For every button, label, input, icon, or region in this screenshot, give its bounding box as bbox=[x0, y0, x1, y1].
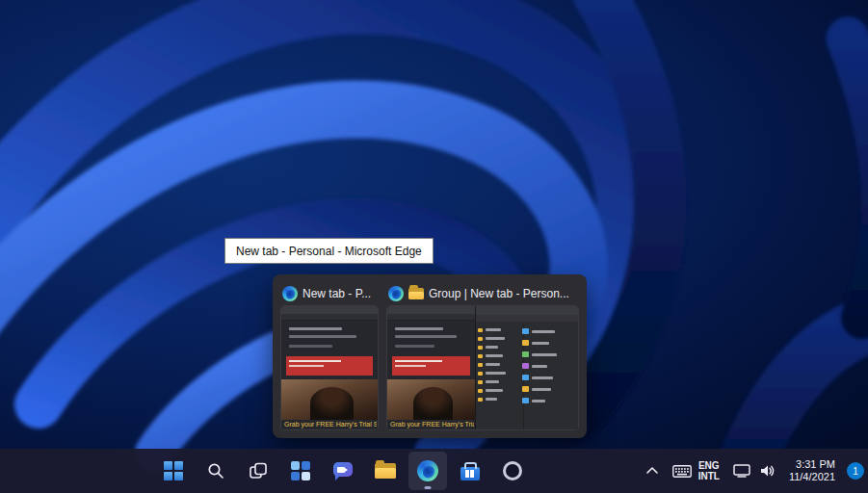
taskbar-preview-popup: New tab - P... Grab your FREE Harry's Tr… bbox=[273, 274, 587, 438]
quick-settings-button[interactable] bbox=[726, 454, 782, 488]
search-icon bbox=[206, 461, 225, 480]
page-caption: Grab your FREE Harry's Trial S bbox=[284, 421, 377, 428]
edge-button[interactable] bbox=[408, 452, 447, 490]
volume-icon bbox=[759, 464, 776, 478]
webpage-thumbnail: Grab your FREE Harry's Trial S bbox=[281, 306, 378, 429]
explorer-nav-pane bbox=[476, 324, 523, 429]
language-indicator: ENG INTL bbox=[698, 460, 720, 481]
photo-thumbnail bbox=[281, 379, 378, 420]
ring-app-icon bbox=[503, 461, 522, 480]
edge-icon bbox=[417, 460, 438, 481]
tray-overflow-button[interactable] bbox=[639, 454, 666, 488]
chevron-up-icon bbox=[645, 466, 659, 476]
clock: 3:31 PM 11/4/2021 bbox=[789, 458, 835, 483]
edge-icon bbox=[388, 286, 404, 301]
task-view-button[interactable] bbox=[239, 452, 277, 490]
language-button[interactable]: ENG INTL bbox=[666, 454, 726, 488]
window-preview-card[interactable]: New tab - P... Grab your FREE Harry's Tr… bbox=[280, 282, 379, 430]
photo-thumbnail bbox=[387, 379, 475, 420]
explorer-file-list bbox=[519, 324, 578, 429]
preview-title: Group | New tab - Person... bbox=[429, 287, 577, 300]
widgets-icon bbox=[291, 461, 310, 480]
running-app-indicator bbox=[425, 486, 432, 489]
keyboard-icon bbox=[672, 465, 692, 478]
language-region: INTL bbox=[698, 471, 720, 481]
search-button[interactable] bbox=[197, 452, 235, 490]
store-button[interactable] bbox=[451, 452, 489, 490]
webpage-thumbnail: Grab your FREE Harry's Trial S bbox=[387, 306, 475, 429]
preview-header: New tab - P... bbox=[280, 282, 379, 305]
window-thumbnail[interactable]: Grab your FREE Harry's Trial S bbox=[280, 305, 379, 430]
news-banner bbox=[286, 356, 373, 376]
preview-title: New tab - P... bbox=[302, 287, 377, 300]
taskbar: ENG INTL 3:31 PM 11/4/2021 1 bbox=[0, 449, 868, 493]
file-explorer-icon bbox=[375, 463, 396, 479]
system-tray: ENG INTL 3:31 PM 11/4/2021 1 bbox=[639, 449, 864, 493]
page-caption: Grab your FREE Harry's Trial S bbox=[390, 421, 474, 428]
tooltip-text: New tab - Personal - Microsoft Edge bbox=[236, 245, 422, 258]
news-banner bbox=[392, 356, 470, 376]
task-view-icon bbox=[249, 461, 268, 480]
edge-icon bbox=[282, 286, 298, 301]
widgets-button[interactable] bbox=[281, 452, 320, 490]
taskbar-app-group bbox=[154, 452, 532, 490]
clock-button[interactable]: 3:31 PM 11/4/2021 bbox=[782, 454, 842, 488]
file-explorer-thumbnail bbox=[475, 306, 578, 429]
chat-button[interactable] bbox=[324, 452, 362, 490]
start-icon bbox=[164, 461, 183, 480]
language-code: ENG bbox=[698, 460, 720, 471]
preview-header: Group | New tab - Person... bbox=[386, 282, 579, 305]
start-button[interactable] bbox=[154, 452, 193, 490]
folder-icon bbox=[408, 288, 424, 299]
store-icon bbox=[460, 467, 480, 480]
tray-time: 3:31 PM bbox=[796, 458, 835, 471]
ring-app-button[interactable] bbox=[493, 452, 532, 490]
taskbar-tooltip: New tab - Personal - Microsoft Edge bbox=[224, 238, 434, 264]
chat-icon bbox=[332, 461, 354, 480]
file-explorer-button[interactable] bbox=[366, 452, 405, 490]
group-thumbnail[interactable]: Grab your FREE Harry's Trial S bbox=[386, 305, 579, 430]
tray-date: 11/4/2021 bbox=[789, 471, 835, 483]
window-preview-card-group[interactable]: Group | New tab - Person... Grab your FR… bbox=[386, 282, 579, 430]
network-icon bbox=[733, 464, 750, 478]
desktop: { "tooltip": { "text": "New tab - Person… bbox=[0, 0, 868, 493]
notification-badge[interactable]: 1 bbox=[847, 462, 864, 480]
